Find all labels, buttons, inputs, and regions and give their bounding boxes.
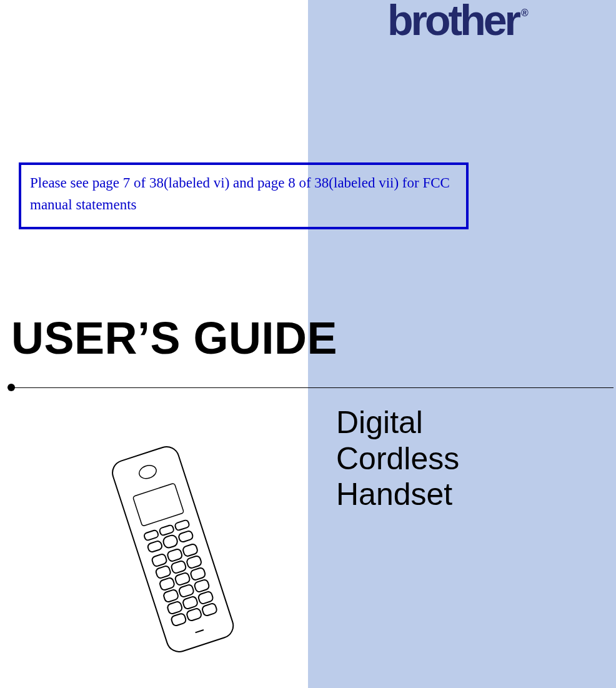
subtitle-line-2: Cordless (336, 441, 459, 477)
subtitle-line-3: Handset (336, 477, 459, 513)
subtitle-line-1: Digital (336, 405, 459, 441)
main-title: USER’S GUIDE (11, 312, 337, 364)
fcc-notice-box: Please see page 7 of 38(labeled vi) and … (19, 162, 469, 229)
rule-line (7, 387, 614, 388)
registered-mark: ® (521, 7, 526, 18)
right-panel (308, 0, 616, 688)
handset-illustration (91, 437, 253, 675)
brand-name: brother (387, 0, 519, 44)
brand-logo: brother® (387, 3, 587, 47)
subtitle: Digital Cordless Handset (336, 405, 459, 513)
title-block: USER’S GUIDE (11, 312, 337, 364)
fcc-notice-text: Please see page 7 of 38(labeled vi) and … (30, 175, 450, 212)
